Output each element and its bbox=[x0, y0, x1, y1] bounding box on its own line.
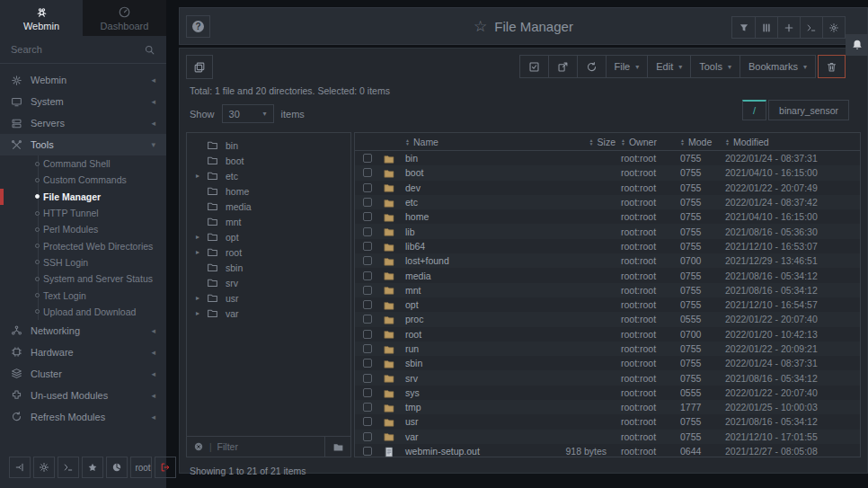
column-header-modified[interactable]: ▲▼Modified bbox=[725, 137, 860, 147]
notifications-tab[interactable] bbox=[846, 34, 868, 56]
sidebar-item-networking[interactable]: Networking◂ bbox=[0, 320, 166, 342]
tree-item-root[interactable]: ▸root bbox=[187, 244, 350, 260]
table-row[interactable]: devroot:root07552022/01/22 - 20:07:49 bbox=[355, 181, 860, 195]
plus-button[interactable] bbox=[777, 17, 800, 38]
pie-button[interactable] bbox=[106, 457, 128, 478]
row-checkbox[interactable] bbox=[363, 212, 372, 221]
row-checkbox[interactable] bbox=[363, 417, 372, 426]
sidebar-item-hardware[interactable]: Hardware◂ bbox=[0, 342, 166, 363]
table-row[interactable]: varroot:root07552021/12/10 - 17:01:55 bbox=[355, 430, 860, 444]
tree-item-etc[interactable]: ▸etc bbox=[187, 168, 350, 183]
sidebar-item-system[interactable]: System◂ bbox=[0, 91, 166, 112]
menu-tools[interactable]: Tools▾ bbox=[690, 56, 740, 77]
sidebar-item-custom-commands[interactable]: Custom Commands bbox=[0, 172, 166, 188]
sidebar-item-upload-and-download[interactable]: Upload and Download bbox=[0, 304, 166, 320]
table-row[interactable]: binroot:root07552022/01/24 - 08:37:31 bbox=[355, 151, 860, 165]
table-row[interactable]: homeroot:root07552021/04/10 - 16:15:00 bbox=[355, 209, 860, 224]
tree-item-var[interactable]: ▸var bbox=[187, 306, 350, 321]
row-checkbox[interactable] bbox=[363, 388, 372, 397]
table-row[interactable]: tmproot:root17772022/01/25 - 10:00:03 bbox=[355, 400, 860, 414]
table-row[interactable]: etcroot:root07552022/01/24 - 08:37:42 bbox=[355, 195, 860, 209]
row-checkbox[interactable] bbox=[363, 242, 372, 251]
search-icon[interactable] bbox=[144, 44, 155, 56]
tab-webmin[interactable]: Webmin bbox=[0, 0, 83, 36]
sidebar-item-command-shell[interactable]: Command Shell bbox=[0, 155, 166, 172]
select-check-button[interactable] bbox=[520, 56, 548, 77]
row-checkbox[interactable] bbox=[363, 198, 372, 207]
menu-edit[interactable]: Edit▾ bbox=[647, 56, 690, 77]
clear-filter-icon[interactable] bbox=[193, 441, 204, 452]
expand-arrow-icon[interactable]: ▸ bbox=[196, 248, 207, 256]
row-checkbox[interactable] bbox=[363, 154, 372, 163]
row-checkbox[interactable] bbox=[363, 286, 372, 295]
sidebar-item-protected-web-directories[interactable]: Protected Web Directories bbox=[0, 237, 166, 253]
sidebar-item-cluster[interactable]: Cluster◂ bbox=[0, 363, 166, 385]
column-header-size[interactable]: ▲▼Size bbox=[549, 137, 621, 147]
row-checkbox[interactable] bbox=[363, 256, 372, 265]
table-row[interactable]: webmin-setup.out918 bytesroot:root064420… bbox=[355, 444, 860, 458]
favorites-star-button[interactable] bbox=[82, 457, 103, 478]
row-checkbox[interactable] bbox=[363, 359, 372, 368]
tree-item-media[interactable]: media bbox=[187, 199, 350, 214]
sidebar-item-http-tunnel[interactable]: HTTP Tunnel bbox=[0, 205, 166, 221]
sidebar-item-file-manager[interactable]: File Manager bbox=[0, 189, 166, 205]
collapse-button[interactable] bbox=[9, 457, 31, 478]
sidebar-item-servers[interactable]: Servers◂ bbox=[0, 112, 166, 134]
menu-file[interactable]: File▾ bbox=[606, 56, 648, 77]
tree-item-bin[interactable]: bin bbox=[187, 138, 350, 153]
columns-button[interactable] bbox=[755, 17, 777, 38]
page-size-select[interactable]: 30 ▾ bbox=[222, 104, 274, 123]
row-checkbox[interactable] bbox=[363, 168, 372, 177]
table-row[interactable]: usrroot:root07552021/08/16 - 05:34:12 bbox=[355, 414, 860, 429]
table-row[interactable]: sysroot:root05552022/01/22 - 20:07:40 bbox=[355, 386, 860, 400]
table-row[interactable]: optroot:root07552021/12/10 - 16:54:57 bbox=[355, 297, 860, 312]
sidebar-search[interactable]: Search bbox=[0, 36, 166, 64]
tree-filter-input[interactable]: Filter bbox=[217, 441, 324, 452]
column-header-mode[interactable]: ▲▼Mode bbox=[680, 137, 725, 147]
tree-item-boot[interactable]: boot bbox=[187, 153, 350, 168]
sidebar-item-refresh-modules[interactable]: Refresh Modules◂ bbox=[0, 406, 166, 428]
user-button[interactable]: root bbox=[130, 457, 152, 478]
paste-buffer-button[interactable] bbox=[186, 55, 213, 79]
sidebar-item-webmin[interactable]: Webmin◂ bbox=[0, 69, 166, 91]
row-checkbox[interactable] bbox=[363, 344, 372, 353]
expand-arrow-icon[interactable]: ▸ bbox=[196, 309, 207, 317]
table-row[interactable]: mediaroot:root07552021/08/16 - 05:34:12 bbox=[355, 268, 860, 282]
menu-bookmarks[interactable]: Bookmarks▾ bbox=[740, 56, 815, 77]
column-header-owner[interactable]: ▲▼Owner bbox=[621, 137, 680, 147]
row-checkbox[interactable] bbox=[363, 315, 372, 324]
share-button[interactable] bbox=[548, 56, 577, 77]
search-input[interactable]: Search bbox=[11, 44, 144, 55]
filter-button[interactable] bbox=[732, 17, 755, 38]
table-row[interactable]: libroot:root07552021/08/16 - 05:36:30 bbox=[355, 224, 860, 238]
star-outline-icon[interactable]: ☆ bbox=[474, 17, 487, 36]
table-row[interactable]: srvroot:root07552021/08/16 - 05:34:12 bbox=[355, 370, 860, 385]
expand-arrow-icon[interactable]: ▸ bbox=[196, 172, 207, 180]
help-button[interactable]: ? bbox=[186, 15, 210, 38]
breadcrumb-path[interactable]: binary_sensor bbox=[768, 100, 849, 120]
terminal-button[interactable] bbox=[58, 457, 79, 478]
tree-item-usr[interactable]: ▸usr bbox=[187, 290, 350, 306]
expand-arrow-icon[interactable]: ▸ bbox=[196, 294, 207, 302]
row-checkbox[interactable] bbox=[363, 300, 372, 309]
breadcrumb-root[interactable]: / bbox=[742, 100, 766, 120]
table-row[interactable]: rootroot:root07002022/01/20 - 10:42:13 bbox=[355, 327, 860, 342]
row-checkbox[interactable] bbox=[363, 432, 372, 441]
tree-item-opt[interactable]: ▸opt bbox=[187, 229, 350, 244]
tab-dashboard[interactable]: Dashboard bbox=[83, 0, 166, 36]
table-row[interactable]: lost+foundroot:root07002021/12/29 - 13:4… bbox=[355, 253, 860, 268]
table-row[interactable]: mntroot:root07552021/08/16 - 05:34:12 bbox=[355, 283, 860, 297]
terminal-button[interactable] bbox=[800, 17, 822, 38]
row-checkbox[interactable] bbox=[363, 403, 372, 412]
row-checkbox[interactable] bbox=[363, 447, 372, 456]
row-checkbox[interactable] bbox=[363, 374, 372, 383]
refresh-button[interactable] bbox=[577, 56, 606, 77]
table-row[interactable]: runroot:root07552022/01/22 - 20:09:21 bbox=[355, 342, 860, 356]
table-row[interactable]: procroot:root05552022/01/22 - 20:07:40 bbox=[355, 312, 860, 326]
sidebar-item-system-and-server-status[interactable]: System and Server Status bbox=[0, 271, 166, 287]
sidebar-item-tools[interactable]: Tools▾ bbox=[0, 134, 166, 155]
tree-folder-button[interactable] bbox=[324, 437, 344, 457]
tree-item-mnt[interactable]: mnt bbox=[187, 214, 350, 229]
sidebar-item-un-used-modules[interactable]: Un-used Modules◂ bbox=[0, 385, 166, 406]
expand-arrow-icon[interactable]: ▸ bbox=[196, 233, 207, 241]
